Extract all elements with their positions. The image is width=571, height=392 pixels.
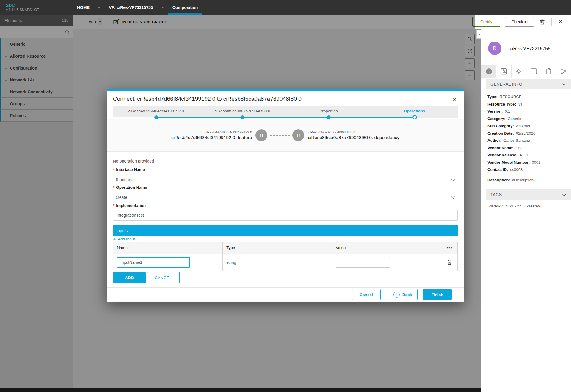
input-value-cell — [332, 254, 441, 271]
app-version: v.1.14.5-SNAPSHOT — [6, 8, 73, 12]
tags-section-header[interactable]: TAGS — [486, 189, 571, 200]
wizard-dot-done — [154, 115, 158, 119]
breadcrumb-home[interactable]: HOME — [73, 0, 94, 15]
trash-icon — [447, 260, 451, 265]
wizard-cancel-button[interactable]: Cancel — [352, 289, 381, 300]
wizard-back-button[interactable]: Back — [388, 289, 418, 300]
inputs-section-header: Inputs — [113, 225, 458, 236]
wizard-track — [113, 117, 156, 118]
info-field: Creation Date:02/23/2026 — [487, 130, 568, 137]
description-field: Description:aDescription — [487, 178, 534, 182]
operation-name-select[interactable]: create — [113, 193, 458, 201]
tag-item: createVF — [527, 204, 543, 208]
trash-icon — [540, 19, 545, 25]
wizard-dot-done — [241, 115, 244, 119]
tab-deployment-artifacts[interactable] — [496, 65, 511, 78]
graph-icon — [560, 68, 567, 75]
info-square-icon — [531, 68, 537, 75]
inputs-table: Name Type Value ●●● string — [113, 242, 458, 271]
toolbar-actions: Certify Check in ✕ — [472, 17, 571, 27]
source-capability: ciResb4d7d66f84cf34199192 0: feature — [171, 135, 252, 141]
detail-tabs — [481, 65, 571, 78]
general-info-section-header[interactable]: GENERAL INFO — [486, 79, 571, 89]
wizard-dot-done — [327, 115, 331, 119]
modal-close-button[interactable]: ✕ — [451, 95, 459, 105]
info-field: Sub Category:Abstract — [487, 122, 568, 130]
inputs-table-header: Name Type Value ●●● — [113, 242, 457, 254]
breadcrumb: HOME ▸ VF: ciRes-VF73215755 ▸ Compositio… — [73, 0, 202, 15]
breadcrumb-vf[interactable]: VF: ciRes-VF73215755 — [105, 0, 157, 15]
panel-collapse-button[interactable]: › — [476, 30, 481, 39]
tab-information-artifacts[interactable] — [526, 65, 541, 78]
info-circle-icon — [486, 68, 492, 75]
ellipsis-icon: ●●● — [446, 246, 452, 249]
source-node-icon: R — [255, 129, 267, 141]
close-composition-button[interactable]: ✕ — [557, 17, 564, 26]
avatar: R — [488, 42, 501, 55]
operation-name-value: create — [113, 195, 127, 200]
tags-title: TAGS — [490, 192, 502, 197]
input-actions-cell — [441, 254, 457, 271]
step-target[interactable]: ciResb8f5ca0a87a769048f80 0 — [199, 109, 286, 113]
tab-general-info[interactable] — [481, 65, 496, 78]
general-info-fields: Type:RESOURCE Resource Type:VF Version:0… — [487, 93, 568, 174]
step-operations[interactable]: Operations — [371, 109, 458, 113]
implementation-label: *Implementation — [113, 203, 146, 208]
column-menu-button[interactable]: ●●● — [441, 242, 457, 254]
input-type-cell: string — [223, 254, 332, 271]
operation-name-label: *Operation Name — [113, 185, 147, 190]
column-header-type: Type — [223, 242, 332, 254]
info-field: Type:RESOURCE — [487, 93, 568, 101]
info-field: Resource Type:VF — [487, 101, 568, 108]
molecule-icon — [501, 68, 507, 75]
chevron-down-icon — [451, 177, 455, 182]
footer-divider — [384, 290, 384, 299]
info-field: Version:0.1 — [487, 108, 568, 115]
implementation-input[interactable] — [113, 210, 458, 221]
app-header: SDC v.1.14.5-SNAPSHOT HOME ▸ VF: ciRes-V… — [0, 0, 571, 15]
input-name-field[interactable] — [117, 257, 190, 268]
tags-list: ciRes-VF73215755 createVF — [489, 204, 543, 208]
wizard-progress-line — [156, 117, 415, 118]
breadcrumb-composition[interactable]: Composition — [168, 0, 202, 15]
column-header-name: Name — [113, 242, 223, 254]
delete-button[interactable] — [539, 18, 546, 26]
wizard-dot-active — [412, 115, 417, 119]
input-type-value: string — [226, 260, 236, 265]
source-instance-name: ciResb4d7d66f84cf34199192 0 — [171, 130, 252, 135]
general-info-title: GENERAL INFO — [490, 82, 522, 86]
connection-preview: ciResb4d7d66f84cf34199192 0 ciResb4d7d66… — [107, 119, 464, 152]
clipboard-icon — [545, 68, 552, 75]
toolbar-divider — [551, 18, 552, 26]
add-input-link[interactable]: + Add Input — [113, 237, 135, 242]
plus-icon: + — [113, 237, 116, 242]
no-operation-text: No operation provided — [113, 159, 154, 163]
tab-settings[interactable] — [512, 65, 526, 78]
chevron-down-icon — [451, 195, 455, 200]
wizard-finish-button[interactable]: Finish — [423, 289, 452, 300]
checkin-button[interactable]: Check in — [505, 17, 534, 27]
step-source[interactable]: ciResb4d7d66f84cf34199192 0 — [113, 109, 199, 113]
tab-requirements-capabilities[interactable] — [556, 65, 571, 78]
info-field: Vendor Name:EST — [487, 144, 568, 152]
add-button[interactable]: ADD — [113, 272, 146, 283]
interface-name-label: *Interface Name — [113, 167, 145, 172]
delete-input-button[interactable] — [447, 260, 451, 265]
required-asterisk: * — [113, 167, 114, 172]
app-logo-title: SDC — [6, 3, 73, 8]
certify-button[interactable]: Certify — [472, 17, 500, 27]
step-properties[interactable]: Properties — [286, 109, 372, 113]
source-node-labels: ciResb4d7d66f84cf34199192 0 ciResb4d7d66… — [171, 130, 252, 141]
input-name-cell — [113, 254, 223, 271]
column-header-value: Value — [332, 242, 441, 254]
input-value-field[interactable] — [336, 257, 390, 268]
interface-name-select[interactable]: Standard — [113, 176, 458, 183]
chevron-left-icon — [393, 292, 400, 298]
cancel-input-button[interactable]: CANCEL — [147, 272, 180, 283]
connect-wizard-modal: Connect: ciResb4d7d66f84cf34199192 0 to … — [107, 89, 464, 302]
gear-icon — [515, 68, 522, 75]
target-requirement: ciResb8f5ca0a87a769048f80 0: dependency — [308, 135, 399, 141]
tab-properties[interactable] — [541, 65, 556, 78]
modal-title: Connect: ciResb4d7d66f84cf34199192 0 to … — [113, 96, 302, 102]
chevron-down-icon — [562, 81, 566, 87]
